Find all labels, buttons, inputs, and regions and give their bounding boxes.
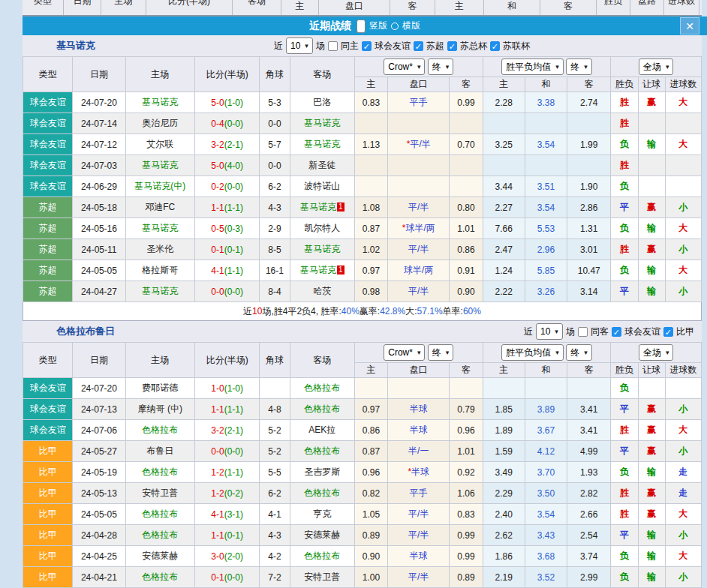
win-odds: 2.28	[495, 98, 513, 108]
handicap-line: 半/一	[408, 446, 429, 456]
wdl-final-select[interactable]: 终▾	[566, 58, 592, 75]
handicap-away-odds: 0.91	[457, 266, 474, 276]
away-team-name: 基马诺克	[304, 118, 340, 128]
recent-count-select[interactable]: 10▾	[286, 38, 313, 54]
league-filter-label: 苏超	[426, 40, 444, 52]
league-filter-checkbox[interactable]: ✓	[663, 327, 673, 337]
match-type-cell: 球会友谊	[23, 420, 73, 441]
full-time-score: 4-1	[211, 266, 224, 276]
match-type-label: 比甲	[39, 572, 57, 582]
league-filter-checkbox[interactable]: ✓	[447, 41, 457, 51]
scope-select[interactable]: 全场▾	[639, 58, 674, 75]
column-header-label: 比分(半场)	[206, 355, 248, 365]
result-value: 胜	[620, 488, 629, 498]
bg-header-label: 客场	[248, 0, 266, 8]
match-type-label: 球会友谊	[30, 97, 66, 107]
match-date-cell: 24-04-21	[73, 567, 125, 588]
handicap-away-odds-cell	[450, 378, 483, 399]
wdl-average-select[interactable]: 胜平负均值▾	[501, 58, 564, 75]
handicap-home-odds-cell: 0.86	[354, 420, 387, 441]
corners-value: 16-1	[266, 266, 284, 276]
recent-count-select[interactable]: 10▾	[536, 323, 563, 340]
subcolumn-header: 主	[354, 363, 387, 378]
handicap-line: 半球	[411, 466, 429, 477]
corners-value: 2-9	[268, 224, 281, 234]
handicap-home-odds-cell: 1.00	[354, 567, 387, 588]
goals-result-value: 大	[678, 550, 687, 561]
lose-odds-cell: 3.14	[567, 281, 611, 302]
bg-header-label: 盘路	[638, 0, 656, 8]
recent-matches-table: 类型日期主场比分(半场)角球客场Crow*▾ 终▾胜平负均值▾ 终▾全场▾主盘口…	[23, 342, 702, 588]
home-team-cell: 基马诺克	[125, 281, 194, 302]
goals-result-cell: 大	[665, 134, 701, 155]
league-filter-checkbox[interactable]: ✓	[612, 327, 621, 337]
summary-part: 57.1%	[417, 306, 443, 316]
away-team-name: AEK拉	[308, 424, 335, 435]
wdl-final-select[interactable]: 终▾	[566, 344, 592, 361]
bg-header-col: 主	[435, 0, 484, 15]
same-venue-checkbox[interactable]	[328, 41, 338, 51]
subcolumn-header-label: 和	[541, 79, 550, 89]
league-filter-checkbox[interactable]: ✓	[414, 41, 423, 51]
handicap-home-odds: 1.05	[363, 509, 380, 520]
subcolumn-header-label: 胜负	[615, 79, 633, 89]
lose-odds: 4.99	[580, 446, 597, 457]
same-venue-checkbox[interactable]	[578, 327, 588, 337]
bg-header-label: 主场	[115, 0, 133, 8]
handicap-away-odds: 0.96	[457, 425, 474, 436]
bg-header-col: 进球数	[664, 0, 699, 15]
away-team-name: 色格拉布	[304, 488, 340, 498]
handicap-result-cell: 赢	[638, 420, 665, 441]
home-team-cell: 色格拉布	[125, 504, 194, 525]
horizontal-layout-radio[interactable]	[391, 22, 399, 30]
home-team-name: 基马诺克	[142, 160, 178, 170]
score-cell: 3-2(2-1)	[194, 134, 259, 155]
close-button[interactable]: ✕	[680, 17, 699, 34]
handicap-result-cell: 赢	[638, 504, 665, 525]
away-team-cell: 基马诺克1	[290, 260, 354, 281]
half-time-score: (0-1)	[224, 244, 243, 255]
lose-odds-cell: 3.41	[567, 399, 611, 420]
draw-odds-cell: 3.43	[525, 525, 567, 546]
odds-final-select[interactable]: 终▾	[428, 344, 454, 361]
column-header: 比分(半场)	[194, 57, 259, 92]
horizontal-layout-label[interactable]: 横版	[402, 20, 420, 32]
odds-company-select[interactable]: Crow*▾	[384, 58, 425, 75]
win-odds: 2.47	[495, 244, 513, 255]
handicap-away-odds: 1.06	[457, 488, 474, 499]
score-cell: 5-0(1-0)	[194, 92, 259, 113]
near-label: 近	[274, 40, 283, 52]
draw-odds-cell: 3.67	[525, 420, 567, 441]
handicap-away-odds: 0.92	[457, 467, 474, 478]
corners-cell: 5-2	[260, 420, 290, 441]
column-header-label: 客场	[313, 355, 331, 365]
handicap-away-odds: 0.99	[457, 551, 474, 562]
corners-cell: 0-0	[260, 155, 290, 176]
draw-odds-cell: 3.89	[525, 399, 567, 420]
result-value: 胜	[620, 508, 629, 519]
recent-count-select-value: 10	[540, 326, 550, 337]
scope-group: 全场▾	[611, 57, 702, 77]
handicap-away-odds: 0.80	[457, 202, 474, 213]
odds-final-select[interactable]: 终▾	[428, 58, 454, 75]
handicap-line: 半球	[410, 550, 428, 561]
wdl-average-select[interactable]: 胜平负均值▾	[501, 344, 564, 361]
league-filter-checkbox[interactable]: ✓	[490, 41, 500, 51]
column-header-label: 比分(半场)	[206, 69, 248, 80]
league-filter-checkbox[interactable]: ✓	[362, 41, 372, 51]
corners-value: 6-2	[268, 488, 281, 499]
handicap-odds-group: Crow*▾ 终▾	[354, 57, 483, 77]
handicap-away-odds-cell: 0.99	[450, 546, 483, 567]
bg-header-col: 胜负	[597, 0, 630, 15]
subcolumn-header-label: 进球数	[669, 364, 696, 375]
goals-result-cell: 小	[665, 239, 701, 260]
score-cell: 0-0(0-0)	[194, 441, 259, 462]
odds-company-select[interactable]: Crow*▾	[384, 344, 425, 361]
scope-select[interactable]: 全场▾	[639, 344, 674, 361]
summary-part: 40%	[341, 306, 360, 316]
full-time-score: 1-1	[211, 530, 224, 541]
match-date: 24-07-20	[81, 383, 117, 394]
result-cell: 平	[611, 399, 638, 420]
vertical-layout-radio[interactable]	[357, 20, 366, 33]
vertical-layout-label[interactable]: 竖版	[369, 20, 387, 32]
